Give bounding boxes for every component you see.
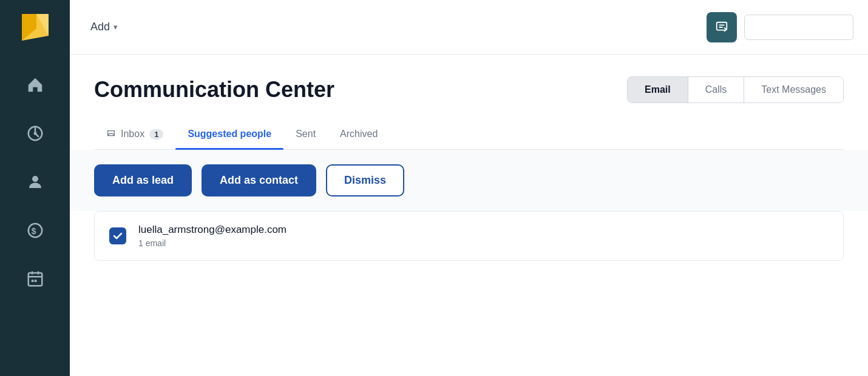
- item-info: luella_armstrong@example.com 1 email: [138, 224, 287, 248]
- suggested-label: Suggested people: [188, 129, 271, 139]
- sent-label: Sent: [296, 129, 316, 139]
- sub-tab-archived[interactable]: Archived: [328, 123, 390, 149]
- svg-rect-8: [28, 273, 42, 286]
- sub-tab-suggested[interactable]: Suggested people: [175, 123, 283, 149]
- svg-rect-10: [34, 280, 36, 282]
- sub-tab-inbox[interactable]: Inbox 1: [94, 123, 175, 149]
- topbar: Add ▾: [70, 0, 868, 55]
- tab-text-messages[interactable]: Text Messages: [744, 77, 843, 102]
- inbox-icon: [106, 129, 116, 139]
- page-title: Communication Center: [94, 77, 334, 102]
- sidebar-nav: $: [0, 61, 70, 303]
- calendar-icon: [26, 270, 44, 288]
- search-input[interactable]: [744, 15, 853, 40]
- svg-point-4: [33, 132, 36, 135]
- add-button-label: Add: [90, 21, 110, 33]
- item-checkbox[interactable]: [109, 227, 126, 244]
- inbox-label: Inbox: [121, 129, 144, 139]
- list-area: luella_armstrong@example.com 1 email: [94, 211, 844, 261]
- svg-rect-9: [31, 280, 33, 282]
- sidebar-item-contacts[interactable]: [0, 158, 70, 206]
- add-button[interactable]: Add ▾: [84, 17, 124, 37]
- logo[interactable]: [0, 0, 70, 55]
- header-tabs: Email Calls Text Messages: [627, 76, 844, 103]
- action-bar: Add as lead Add as contact Dismiss: [70, 150, 868, 211]
- item-email: luella_armstrong@example.com: [138, 224, 287, 236]
- sub-nav: Inbox 1 Suggested people Sent Archived: [94, 123, 844, 150]
- compose-icon: [715, 21, 728, 34]
- deals-icon: $: [26, 221, 44, 240]
- dismiss-button[interactable]: Dismiss: [326, 164, 404, 196]
- add-contact-button[interactable]: Add as contact: [202, 164, 316, 196]
- add-lead-button[interactable]: Add as lead: [94, 164, 192, 196]
- sidebar-item-calendar[interactable]: [0, 255, 70, 303]
- tab-calls[interactable]: Calls: [688, 77, 745, 102]
- content-header: Communication Center Email Calls Text Me…: [94, 76, 844, 103]
- tab-email[interactable]: Email: [628, 77, 688, 102]
- checkmark-icon: [113, 231, 123, 241]
- svg-text:$: $: [31, 227, 36, 236]
- topbar-right: [707, 12, 853, 42]
- topbar-left: Add ▾: [84, 17, 124, 37]
- inbox-badge: 1: [149, 129, 163, 139]
- item-count: 1 email: [138, 238, 287, 248]
- compose-button[interactable]: [707, 12, 737, 42]
- sidebar-item-activity[interactable]: [0, 109, 70, 158]
- sidebar-item-deals[interactable]: $: [0, 206, 70, 255]
- svg-point-5: [32, 176, 38, 182]
- home-icon: [26, 76, 44, 94]
- content-area: Communication Center Email Calls Text Me…: [70, 55, 868, 376]
- sidebar-item-home[interactable]: [0, 61, 70, 109]
- contacts-icon: [26, 173, 44, 191]
- list-item: luella_armstrong@example.com 1 email: [95, 212, 843, 260]
- activity-icon: [26, 124, 44, 143]
- archived-label: Archived: [340, 129, 378, 139]
- main-content: Add ▾ Communication Center Email Calls T…: [70, 0, 868, 376]
- sub-tab-sent[interactable]: Sent: [283, 123, 328, 149]
- chevron-down-icon: ▾: [114, 22, 118, 32]
- sidebar: $: [0, 0, 70, 376]
- logo-icon: [19, 12, 51, 43]
